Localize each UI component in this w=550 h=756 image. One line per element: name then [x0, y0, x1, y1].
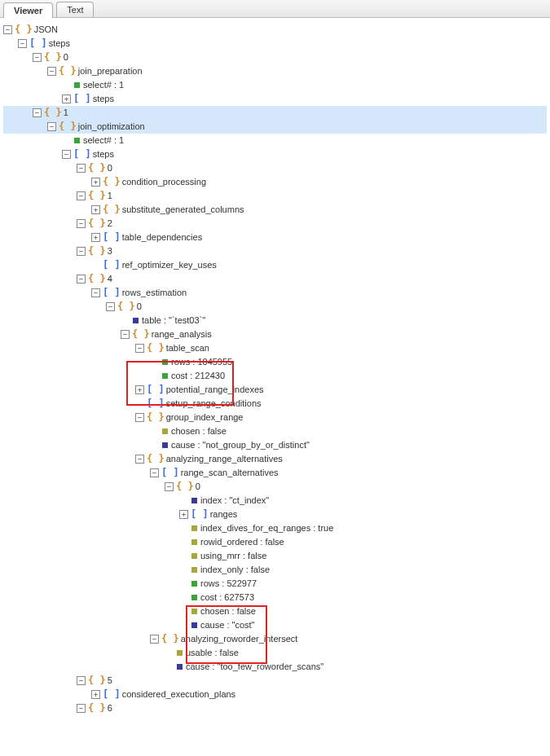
tree-row[interactable]: index : "ct_index" [3, 494, 547, 508]
tree-row[interactable]: +[ ]table_dependencies [3, 231, 547, 244]
tree-row[interactable]: −[ ]rows_estimation [3, 286, 547, 300]
tree-row[interactable]: −{ }analyzing_roworder_intersect [3, 632, 547, 646]
collapse-icon[interactable]: − [165, 482, 174, 491]
collapse-icon[interactable]: − [62, 150, 71, 159]
tree-row[interactable]: −{ }range_analysis [3, 327, 547, 341]
collapse-icon[interactable]: − [91, 288, 100, 297]
tree-row[interactable]: chosen : false [3, 424, 547, 438]
value-icon [177, 664, 183, 670]
object-icon: { } [59, 64, 77, 78]
expand-icon[interactable]: + [62, 94, 71, 103]
expand-icon[interactable]: + [91, 178, 100, 187]
collapse-icon[interactable]: − [33, 108, 42, 117]
tree-row[interactable]: −{ }analyzing_range_alternatives [3, 452, 547, 466]
expand-icon[interactable]: + [91, 690, 100, 699]
tree-row[interactable]: −{ }5 [3, 674, 547, 688]
value-icon [191, 539, 197, 545]
value-icon [191, 581, 197, 587]
collapse-icon[interactable]: − [135, 344, 144, 353]
collapse-icon[interactable]: − [135, 413, 144, 422]
tree-row[interactable]: −{ }4 [3, 272, 547, 286]
expand-icon[interactable]: + [179, 510, 188, 519]
collapse-icon[interactable]: − [150, 468, 159, 477]
tree-row[interactable]: rows : 1045955 [3, 355, 547, 369]
object-icon: { } [88, 217, 106, 231]
collapse-icon[interactable]: − [106, 302, 115, 311]
tree-row[interactable]: −{ }group_index_range [3, 411, 547, 424]
tree-row[interactable]: table : "`test03`" [3, 314, 547, 327]
object-icon: { } [88, 674, 106, 688]
tree-row[interactable]: using_mrr : false [3, 549, 547, 563]
tree-row[interactable]: −{ }0 [3, 161, 547, 175]
tree-row[interactable]: −{ }0 [3, 51, 547, 64]
collapse-icon[interactable]: − [121, 330, 130, 339]
tree-row[interactable]: −{ }2 [3, 217, 547, 231]
object-icon: { } [147, 452, 165, 466]
tree-row[interactable]: +{ }condition_processing [3, 175, 547, 189]
tree-row[interactable]: cause : "cost" [3, 618, 547, 632]
tree-row[interactable]: usable : false [3, 646, 547, 660]
collapse-icon[interactable]: − [77, 164, 86, 173]
expand-icon[interactable]: + [91, 205, 100, 214]
tree-row[interactable]: [ ]ref_optimizer_key_uses [3, 258, 547, 272]
tree-row[interactable]: −{ }1 [3, 189, 547, 203]
expand-icon[interactable]: + [135, 385, 144, 394]
collapse-icon[interactable]: − [77, 676, 86, 685]
tree-row[interactable]: rows : 522977 [3, 577, 547, 591]
expand-icon[interactable]: + [91, 233, 100, 242]
collapse-icon[interactable]: − [3, 25, 12, 34]
tree-row[interactable]: −{ }0 [3, 480, 547, 494]
tree-row[interactable]: −[ ]steps [3, 37, 547, 51]
collapse-icon[interactable]: − [77, 704, 86, 713]
array-icon: [ ] [103, 286, 121, 300]
collapse-icon[interactable]: − [33, 53, 42, 62]
tree-row[interactable]: index_dives_for_eq_ranges : true [3, 521, 547, 535]
tree-row[interactable]: −{ }join_optimization [3, 120, 547, 134]
value-icon [162, 373, 168, 379]
tree-row[interactable]: −{ }1 [3, 106, 547, 120]
tree-row[interactable]: +{ }substitute_generated_columns [3, 203, 547, 217]
tree-row[interactable]: chosen : false [3, 604, 547, 618]
tree-row[interactable]: select# : 1 [3, 78, 547, 92]
value-icon [162, 429, 168, 434]
tab-text[interactable]: Text [56, 2, 94, 17]
tree-row[interactable]: −[ ]steps [3, 147, 547, 161]
tree-row[interactable]: index_only : false [3, 563, 547, 577]
tree-row[interactable]: −{ }3 [3, 244, 547, 258]
tree-row[interactable]: −{ }JSON [3, 23, 547, 37]
collapse-icon[interactable]: − [150, 635, 159, 644]
tree-row[interactable]: cause : "too_few_roworder_scans" [3, 660, 547, 674]
tree-row[interactable]: −{ }table_scan [3, 341, 547, 355]
collapse-icon[interactable]: − [47, 67, 56, 76]
object-icon: { } [88, 272, 106, 286]
tree-row[interactable]: [ ]setup_range_conditions [3, 397, 547, 411]
tree-row[interactable]: +[ ]potential_range_indexes [3, 383, 547, 397]
tree-row[interactable]: rowid_ordered : false [3, 535, 547, 549]
tree-row[interactable]: −[ ]range_scan_alternatives [3, 466, 547, 480]
tree-row[interactable]: +[ ]steps [3, 92, 547, 106]
collapse-icon[interactable]: − [77, 247, 86, 256]
tree-row[interactable]: cost : 212430 [3, 369, 547, 383]
object-icon: { } [132, 327, 150, 341]
tree-row[interactable]: cause : "not_group_by_or_distinct" [3, 438, 547, 452]
collapse-icon[interactable]: − [18, 39, 27, 48]
tree-row[interactable]: +[ ]ranges [3, 508, 547, 521]
tree-row[interactable]: cost : 627573 [3, 591, 547, 604]
tab-viewer[interactable]: Viewer [3, 2, 53, 18]
tree-row[interactable]: +[ ]considered_execution_plans [3, 688, 547, 701]
collapse-icon[interactable]: − [77, 275, 86, 284]
collapse-icon[interactable]: − [77, 191, 86, 200]
tree-row[interactable]: −{ }0 [3, 300, 547, 314]
tree-row[interactable]: −{ }join_preparation [3, 64, 547, 78]
collapse-icon[interactable]: − [77, 219, 86, 228]
tab-bar: Viewer Text [0, 0, 550, 18]
array-icon: [ ] [161, 466, 179, 480]
value-icon [191, 498, 197, 503]
array-icon: [ ] [29, 37, 47, 51]
value-icon [191, 609, 197, 614]
tree-row[interactable]: select# : 1 [3, 134, 547, 147]
value-icon [162, 359, 168, 365]
collapse-icon[interactable]: − [47, 122, 56, 131]
collapse-icon[interactable]: − [135, 455, 144, 464]
tree-row[interactable]: −{ }6 [3, 701, 547, 715]
